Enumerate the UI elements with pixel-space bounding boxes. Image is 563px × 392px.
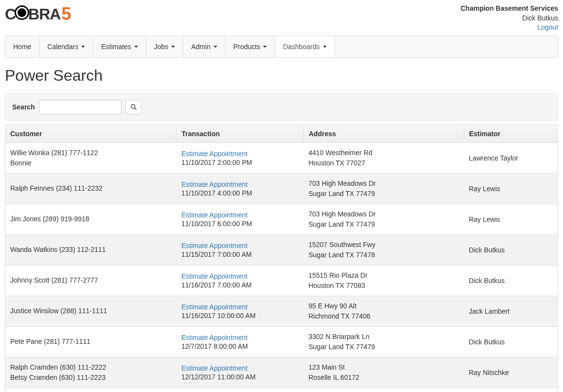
logo-text-5: 5 — [61, 4, 70, 24]
search-input[interactable] — [39, 100, 122, 114]
col-transaction[interactable]: Transaction — [176, 125, 304, 143]
table-row: Justice Winslow (288) 111-1111Estimate A… — [5, 296, 558, 326]
nav-products[interactable]: Products — [226, 36, 275, 57]
transaction-time: 11/16/2017 7:00:00 AM — [181, 281, 252, 289]
cell-estimator: Dick Butkus — [464, 265, 558, 296]
address-line1: 703 High Meadows Dr — [308, 209, 459, 219]
search-icon — [130, 104, 137, 110]
table-row: Ralph Cramden (630) 111-2222Betsy Cramde… — [5, 357, 558, 388]
page-title: Power Search — [5, 67, 558, 85]
cell-customer: Franklin James (630) 222-3333 — [5, 388, 176, 392]
table-row: Pete Pane (281) 777-1111Estimate Appoint… — [5, 326, 558, 357]
customer-line1: Wanda Watkins (233) 112-2111 — [10, 245, 172, 255]
cell-estimator: Jack Lambert — [464, 296, 558, 326]
nav-estimates[interactable]: Estimates — [93, 36, 146, 57]
customer-line1: Jim Jones (289) 919-9918 — [10, 214, 172, 224]
nav-admin[interactable]: Admin — [183, 36, 226, 57]
nav-admin-label: Admin — [191, 43, 211, 51]
table-row: Ralph Feinnes (234) 111-2232Estimate App… — [5, 173, 558, 204]
caret-down-icon — [323, 46, 327, 48]
nav-jobs[interactable]: Jobs — [146, 36, 184, 57]
address-line2: Sugar Land TX 77479 — [308, 342, 459, 352]
logo[interactable]: C BRA 5 — [5, 4, 70, 24]
nav-dashboards-label: Dashboards — [283, 43, 320, 51]
customer-line1: Willie Wonka (281) 777-1122 — [10, 148, 172, 158]
cell-transaction: Estimate Appointment11/15/2017 7:00:00 A… — [176, 234, 304, 265]
customer-line1: Ralph Cramden (630) 111-2222 — [10, 362, 172, 373]
transaction-link[interactable]: Estimate Appointment — [181, 364, 247, 372]
caret-down-icon — [263, 46, 267, 48]
address-line1: 123 Main St — [308, 362, 459, 373]
transaction-link[interactable]: Estimate Appointment — [181, 150, 247, 158]
transaction-link[interactable]: Estimate Appointment — [181, 272, 247, 280]
transaction-link[interactable]: Estimate Appointment — [181, 211, 247, 219]
address-line1: 703 High Meadows Dr — [308, 178, 459, 189]
nav-home[interactable]: Home — [5, 36, 39, 57]
transaction-link[interactable]: Estimate Appointment — [181, 334, 247, 341]
cell-transaction: Estimate Appointment12/12/2017 11:00:00 … — [176, 357, 304, 388]
cell-customer: Wanda Watkins (233) 112-2111 — [5, 234, 176, 265]
logout-link[interactable]: Logout — [460, 23, 558, 33]
cell-customer: Willie Wonka (281) 777-1122Bonnie — [5, 143, 176, 173]
transaction-link[interactable]: Estimate Appointment — [181, 242, 247, 249]
cell-transaction: Estimate Appointment11/16/2017 7:00:00 A… — [176, 265, 304, 296]
cell-address: 15515 Rio Plaza DrHouston TX 77083 — [303, 265, 464, 296]
svg-line-1 — [134, 108, 136, 110]
company-name: Champion Basement Services — [460, 4, 558, 14]
logo-o-icon — [15, 5, 29, 20]
col-address[interactable]: Address — [303, 125, 464, 143]
cell-estimator: Lawrence Taylor — [464, 143, 558, 173]
table-row: Johnny Scott (281) 777-2777Estimate Appo… — [5, 265, 558, 296]
transaction-link[interactable]: Estimate Appointment — [181, 303, 247, 311]
transaction-time: 12/7/2017 8:00:00 AM — [181, 342, 248, 350]
cell-estimator: Dick Butkus — [464, 234, 558, 265]
nav-jobs-label: Jobs — [154, 43, 169, 51]
col-customer[interactable]: Customer — [5, 125, 176, 143]
address-line1: 3302 N Briarpark Ln — [308, 332, 459, 342]
caret-down-icon — [213, 46, 217, 48]
table-row: Wanda Watkins (233) 112-2111Estimate App… — [5, 234, 558, 265]
nav-calendars[interactable]: Calendars — [39, 36, 93, 57]
address-line2: Sugar Land TX 77479 — [308, 189, 459, 199]
transaction-time: 12/12/2017 11:00:00 AM — [181, 373, 256, 381]
customer-line1: Ralph Feinnes (234) 111-2232 — [10, 183, 172, 194]
search-panel: Search — [5, 93, 558, 121]
nav-dashboards[interactable]: Dashboards — [275, 36, 335, 57]
cell-transaction: Estimate Appointment11/16/2017 10:00:00 … — [176, 296, 304, 326]
cell-address: 4410 Westheimer RdHouston TX 77027 — [303, 143, 464, 173]
cell-customer: Justice Winslow (288) 111-1111 — [5, 296, 176, 326]
caret-down-icon — [81, 46, 85, 48]
cell-address: 95 E Hwy 90 AltRichmond TX 77406 — [303, 296, 464, 326]
nav-estimates-label: Estimates — [101, 43, 131, 51]
cell-estimator: Lawrence Taylor — [464, 388, 558, 392]
transaction-time: 11/15/2017 7:00:00 AM — [181, 250, 252, 258]
cell-transaction: Estimate Appointment11/10/2017 4:00:00 P… — [176, 173, 304, 204]
customer-line1: Justice Winslow (288) 111-1111 — [10, 306, 172, 316]
search-button[interactable] — [125, 100, 142, 114]
nav-calendars-label: Calendars — [47, 43, 78, 51]
transaction-time: 11/16/2017 10:00:00 AM — [181, 312, 256, 320]
logo-text-bra: BRA — [28, 5, 60, 23]
address-line2: Roselle IL 60172 — [308, 373, 459, 383]
address-line2: Houston TX 77083 — [308, 281, 459, 291]
cell-transaction: Estimate Appointment11/10/2017 6:00:00 P… — [176, 204, 304, 234]
transaction-time: 11/10/2017 2:00:00 PM — [181, 159, 252, 166]
address-line2: Richmond TX 77406 — [308, 311, 459, 321]
address-line1: 15515 Rio Plaza Dr — [308, 270, 459, 281]
cell-estimator: Ray Nitschke — [464, 357, 558, 388]
logo-text-c: C — [5, 5, 16, 23]
customer-line1: Pete Pane (281) 777-1111 — [10, 337, 172, 347]
address-line1: 4410 Westheimer Rd — [308, 148, 459, 158]
address-line2: Sugar Land TX 77478 — [308, 250, 459, 260]
cell-customer: Jim Jones (289) 919-9918 — [5, 204, 176, 234]
cell-address: 703 High Meadows DrSugar Land TX 77479 — [303, 173, 464, 204]
transaction-time: 11/10/2017 4:00:00 PM — [181, 189, 252, 197]
cell-estimator: Ray Lewis — [464, 173, 558, 204]
cell-transaction: Estimate Appointment12/7/2017 8:00:00 AM — [176, 326, 304, 357]
search-label: Search — [12, 103, 35, 111]
transaction-link[interactable]: Estimate Appointment — [181, 180, 247, 188]
col-estimator[interactable]: Estimator — [464, 125, 558, 143]
cell-estimator: Ray Lewis — [464, 204, 558, 234]
address-line2: Houston TX 77027 — [308, 158, 459, 168]
cell-transaction: Estimate Appointment11/10/2017 2:00:00 P… — [176, 143, 304, 173]
